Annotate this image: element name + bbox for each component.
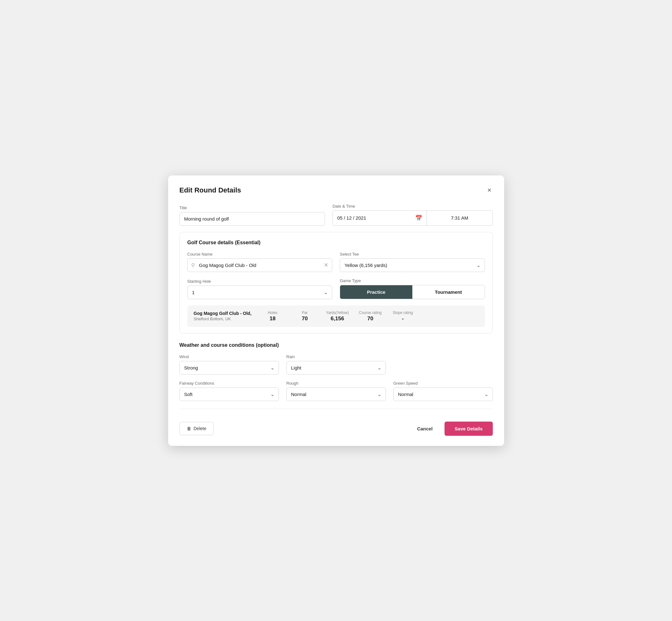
course-tee-row: Course Name ⚲ ✕ Select Tee Yellow (6,156… xyxy=(187,252,485,272)
footer-right: Cancel Save Details xyxy=(411,422,493,436)
wind-select-wrap: None Light Moderate Strong ⌄ xyxy=(179,361,279,375)
par-label: Par xyxy=(302,310,308,315)
trash-icon: 🗑 xyxy=(187,426,191,431)
fairway-label: Fairway Conditions xyxy=(179,381,279,385)
green-speed-group: Green Speed Slow Normal Fast ⌄ xyxy=(393,381,493,401)
title-input[interactable] xyxy=(179,212,325,225)
close-button[interactable]: × xyxy=(486,185,493,195)
calendar-icon: 📅 xyxy=(415,215,422,221)
date-value: 05 / 12 / 2021 xyxy=(337,215,366,220)
holes-label: Holes xyxy=(268,310,278,315)
game-type-label: Game Type xyxy=(340,278,485,283)
course-name-label: Course Name xyxy=(187,252,333,256)
date-field[interactable]: 05 / 12 / 2021 📅 xyxy=(333,211,427,225)
modal-title: Edit Round Details xyxy=(179,186,241,194)
green-speed-label: Green Speed xyxy=(393,381,493,385)
cancel-button[interactable]: Cancel xyxy=(411,422,438,435)
course-name-input[interactable] xyxy=(187,258,333,272)
slope-rating-label: Slope rating xyxy=(393,310,413,315)
yards-label: Yards(Yellow) xyxy=(326,310,349,315)
green-speed-select[interactable]: Slow Normal Fast xyxy=(393,387,493,401)
search-icon: ⚲ xyxy=(191,262,195,268)
rain-group: Rain None Light Moderate Heavy ⌄ xyxy=(287,355,386,375)
fairway-rough-green-row: Fairway Conditions Soft Normal Hard ⌄ Ro… xyxy=(179,381,493,401)
datetime-label: Date & Time xyxy=(333,204,493,209)
slope-rating-value: - xyxy=(402,316,404,322)
course-rating-stat: Course rating 70 xyxy=(359,310,382,322)
course-info-row: Gog Magog Golf Club - Old, Shelford Bott… xyxy=(187,305,485,327)
footer-row: 🗑 Delete Cancel Save Details xyxy=(179,417,493,436)
course-rating-label: Course rating xyxy=(359,310,382,315)
modal-header: Edit Round Details × xyxy=(179,185,493,195)
select-tee-group: Select Tee Yellow (6,156 yards) White (6… xyxy=(340,252,485,272)
yards-value: 6,156 xyxy=(331,316,344,322)
select-tee-label: Select Tee xyxy=(340,252,485,256)
footer-divider xyxy=(179,409,493,409)
course-info-location: Shelford Bottom, UK xyxy=(194,317,252,321)
course-rating-value: 70 xyxy=(367,316,373,322)
fairway-select-wrap: Soft Normal Hard ⌄ xyxy=(179,387,279,401)
rough-select[interactable]: Soft Normal Hard xyxy=(287,387,386,401)
fairway-group: Fairway Conditions Soft Normal Hard ⌄ xyxy=(179,381,279,401)
rain-select-wrap: None Light Moderate Heavy ⌄ xyxy=(287,361,386,375)
edit-round-modal: Edit Round Details × Title Date & Time 0… xyxy=(168,175,504,446)
course-name-search-wrap: ⚲ ✕ xyxy=(187,258,333,272)
starting-hole-wrap: 1 2 10 ⌄ xyxy=(187,286,333,299)
delete-label: Delete xyxy=(194,426,206,431)
wind-group: Wind None Light Moderate Strong ⌄ xyxy=(179,355,279,375)
starting-hole-select[interactable]: 1 2 10 xyxy=(187,286,333,299)
title-group: Title xyxy=(179,205,325,225)
select-tee-input[interactable]: Yellow (6,156 yards) White (6,500 yards)… xyxy=(340,258,485,272)
yards-stat: Yards(Yellow) 6,156 xyxy=(326,310,349,322)
time-field[interactable]: 7:31 AM xyxy=(427,211,492,225)
game-type-toggle: Practice Tournament xyxy=(340,285,485,299)
par-value: 70 xyxy=(302,316,308,322)
tournament-button[interactable]: Tournament xyxy=(412,285,485,299)
wind-rain-row: Wind None Light Moderate Strong ⌄ Rain N… xyxy=(179,355,493,375)
golf-section-title: Golf Course details (Essential) xyxy=(187,240,485,246)
game-type-group: Game Type Practice Tournament xyxy=(340,278,485,299)
starting-hole-group: Starting Hole 1 2 10 ⌄ xyxy=(187,279,333,299)
course-info-name: Gog Magog Golf Club - Old, xyxy=(194,311,252,316)
slope-rating-stat: Slope rating - xyxy=(392,310,414,322)
fairway-select[interactable]: Soft Normal Hard xyxy=(179,387,279,401)
rough-select-wrap: Soft Normal Hard ⌄ xyxy=(287,387,386,401)
rough-group: Rough Soft Normal Hard ⌄ xyxy=(287,381,386,401)
practice-button[interactable]: Practice xyxy=(340,285,412,299)
starting-hole-label: Starting Hole xyxy=(187,279,333,284)
rough-label: Rough xyxy=(287,381,386,385)
course-name-group: Course Name ⚲ ✕ xyxy=(187,252,333,272)
holes-value: 18 xyxy=(270,316,276,322)
holes-stat: Holes 18 xyxy=(261,310,284,322)
datetime-group: Date & Time 05 / 12 / 2021 📅 7:31 AM xyxy=(333,204,493,225)
golf-course-section: Golf Course details (Essential) Course N… xyxy=(179,232,493,334)
rain-select[interactable]: None Light Moderate Heavy xyxy=(287,361,386,375)
time-value: 7:31 AM xyxy=(451,215,468,220)
weather-section: Weather and course conditions (optional)… xyxy=(179,342,493,401)
weather-section-title: Weather and course conditions (optional) xyxy=(179,342,493,348)
title-datetime-row: Title Date & Time 05 / 12 / 2021 📅 7:31 … xyxy=(179,204,493,225)
course-info-name-block: Gog Magog Golf Club - Old, Shelford Bott… xyxy=(194,311,252,321)
wind-label: Wind xyxy=(179,355,279,359)
green-speed-select-wrap: Slow Normal Fast ⌄ xyxy=(393,387,493,401)
select-tee-wrap: Yellow (6,156 yards) White (6,500 yards)… xyxy=(340,258,485,272)
par-stat: Par 70 xyxy=(294,310,316,322)
date-time-row: 05 / 12 / 2021 📅 7:31 AM xyxy=(333,210,493,225)
clear-icon[interactable]: ✕ xyxy=(324,261,328,268)
save-button[interactable]: Save Details xyxy=(445,422,493,436)
hole-gametype-row: Starting Hole 1 2 10 ⌄ Game Type Practic… xyxy=(187,278,485,299)
rain-label: Rain xyxy=(287,355,386,359)
wind-select[interactable]: None Light Moderate Strong xyxy=(179,361,279,375)
title-label: Title xyxy=(179,205,325,210)
delete-button[interactable]: 🗑 Delete xyxy=(179,422,214,435)
